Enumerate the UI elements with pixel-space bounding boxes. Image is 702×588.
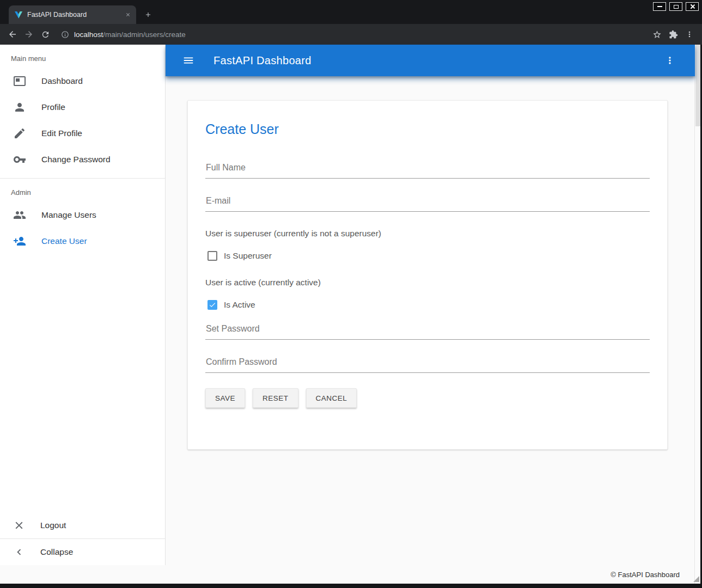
vuetify-logo-icon [14, 10, 23, 19]
browser-toolbar: localhost/main/admin/users/create [0, 24, 702, 45]
sidebar-caption-admin: Admin [0, 179, 165, 202]
sidebar-item-label: Edit Profile [41, 128, 82, 138]
hamburger-menu-icon[interactable] [178, 50, 199, 71]
page-title: Create User [205, 120, 650, 138]
tab-close-icon[interactable] [123, 10, 133, 20]
address-bar[interactable]: localhost/main/admin/users/create [57, 27, 645, 42]
browser-menu-icon[interactable] [681, 26, 698, 42]
window-close-button[interactable] [686, 2, 699, 11]
kebab-menu-icon[interactable] [659, 50, 681, 71]
active-checkbox-row[interactable]: Is Active [207, 300, 650, 310]
form-actions: SAVE RESET CANCEL [205, 388, 650, 408]
window-minimize-button[interactable] [653, 2, 666, 11]
dashboard-icon [13, 75, 26, 88]
new-tab-button[interactable] [141, 7, 156, 22]
tab-title: FastAPI Dashboard [27, 11, 123, 19]
window-maximize-button[interactable] [669, 2, 682, 11]
back-icon[interactable] [4, 26, 21, 42]
sidebar-item-dashboard[interactable]: Dashboard [0, 68, 165, 94]
browser-tab[interactable]: FastAPI Dashboard [9, 5, 136, 24]
footer-copyright: © FastAPI Dashboard [611, 571, 680, 579]
superuser-hint: User is superuser (currently is not a su… [205, 228, 650, 239]
create-user-card: Create User User is superuser (currently… [187, 100, 668, 450]
scrollbar-thumb[interactable] [695, 45, 700, 126]
site-info-icon[interactable] [61, 30, 69, 39]
url-host: localhost [74, 30, 103, 39]
sidebar-item-create-user[interactable]: Create User [0, 228, 165, 254]
key-icon [13, 153, 26, 166]
sidebar-item-profile[interactable]: Profile [0, 94, 165, 120]
sidebar-item-label: Logout [40, 520, 66, 530]
active-checkbox[interactable] [207, 300, 217, 310]
close-icon [13, 519, 25, 531]
checkmark-icon [209, 301, 216, 309]
window-controls [653, 2, 699, 11]
sidebar-item-label: Dashboard [41, 76, 83, 86]
sidebar-item-label: Manage Users [41, 210, 96, 220]
resize-grip[interactable] [693, 576, 699, 582]
sidebar-item-label: Collapse [40, 547, 73, 557]
main-area: FastAPI Dashboard Create User User is su… [166, 45, 695, 565]
browser-titlebar: FastAPI Dashboard [0, 0, 702, 24]
cancel-button[interactable]: CANCEL [306, 388, 357, 408]
forward-icon[interactable] [21, 26, 37, 42]
page-content: Create User User is superuser (currently… [166, 76, 695, 565]
save-button[interactable]: SAVE [205, 388, 245, 408]
full-name-field[interactable] [205, 163, 650, 179]
superuser-checkbox-row[interactable]: Is Superuser [207, 251, 650, 261]
bookmark-star-icon[interactable] [649, 26, 665, 42]
sidebar-caption-main: Main menu [0, 45, 165, 68]
sidebar-item-manage-users[interactable]: Manage Users [0, 202, 165, 228]
sidebar-item-collapse[interactable]: Collapse [0, 539, 165, 565]
sidebar-item-label: Change Password [41, 155, 111, 164]
active-checkbox-label[interactable]: Is Active [224, 300, 255, 310]
set-password-field[interactable] [205, 324, 650, 340]
sidebar-item-edit-profile[interactable]: Edit Profile [0, 120, 165, 146]
sidebar-item-logout[interactable]: Logout [0, 512, 165, 538]
people-icon [13, 209, 26, 222]
reload-icon[interactable] [37, 26, 53, 42]
browser-window: FastAPI Dashboard localhost/m [0, 0, 702, 588]
superuser-checkbox-label[interactable]: Is Superuser [224, 251, 272, 261]
pencil-icon [13, 127, 26, 140]
person-add-icon [13, 235, 26, 248]
app-shell: Main menu Dashboard Profile [0, 45, 695, 584]
page-scrollbar[interactable] [694, 45, 700, 584]
extensions-icon[interactable] [665, 26, 681, 42]
email-field[interactable] [205, 196, 650, 212]
chevron-left-icon [13, 546, 25, 558]
window-edge-bottom [0, 584, 702, 588]
appbar-title: FastAPI Dashboard [213, 54, 312, 67]
sidebar-item-label: Profile [41, 102, 65, 112]
person-icon [13, 101, 26, 114]
confirm-password-field[interactable] [205, 357, 650, 373]
sidebar: Main menu Dashboard Profile [0, 45, 166, 565]
sidebar-item-label: Create User [41, 236, 87, 246]
superuser-checkbox[interactable] [207, 251, 217, 261]
app-footer: © FastAPI Dashboard [0, 565, 695, 584]
reset-button[interactable]: RESET [253, 388, 298, 408]
url-path: /main/admin/users/create [103, 30, 186, 39]
active-hint: User is active (currently active) [205, 277, 650, 288]
app-bar: FastAPI Dashboard [166, 45, 695, 76]
sidebar-item-change-password[interactable]: Change Password [0, 146, 165, 173]
